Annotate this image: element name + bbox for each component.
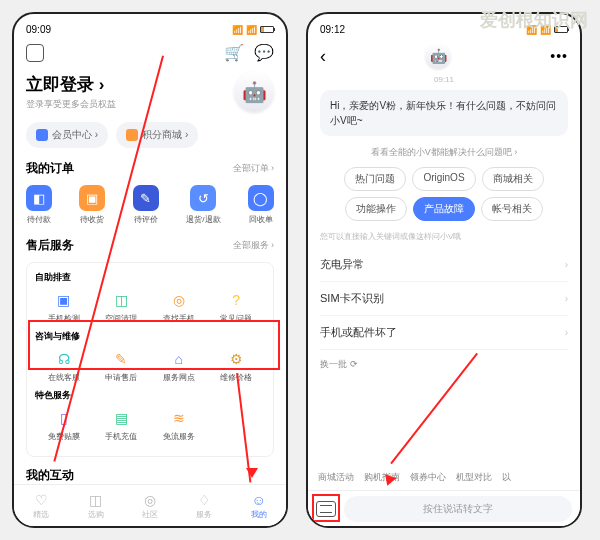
pills-row: 会员中心 › 积分商城 › xyxy=(26,122,274,148)
nav-featured[interactable]: ♡精选 xyxy=(33,492,49,520)
status-icons: 📶📶 xyxy=(232,25,274,35)
space-clean[interactable]: ◫空间清理 xyxy=(93,290,151,324)
diamond-icon xyxy=(36,129,48,141)
order-recycle[interactable]: ◯回收单 xyxy=(248,185,274,225)
chip-function[interactable]: 功能操作 xyxy=(345,197,407,221)
nav-mine[interactable]: ☺我的 xyxy=(251,492,267,520)
login-row: 立即登录 › 登录享受更多会员权益 🤖 xyxy=(26,72,274,112)
q-sim[interactable]: SIM卡不识别› xyxy=(320,282,568,316)
input-hint: 您可以直接输入关键词或像这样问小V哦 xyxy=(320,231,568,242)
question-icon: ? xyxy=(226,290,246,310)
welcome-bubble: Hi，亲爱的V粉，新年快乐！有什么问题，不妨问问小V吧~ xyxy=(320,90,568,136)
location-icon: ⌂ xyxy=(169,349,189,369)
find-phone[interactable]: ◎查找手机 xyxy=(150,290,208,324)
status-bar: 09:09 📶📶 xyxy=(26,24,274,35)
heart-icon: ♡ xyxy=(35,492,48,508)
status-time: 09:12 xyxy=(320,24,345,35)
suggestion-row: 商城活动 购机指南 领券中心 机型对比 以 xyxy=(308,465,580,490)
sug-mall-activity[interactable]: 商城活动 xyxy=(318,471,354,484)
community-icon: ◎ xyxy=(144,492,156,508)
timestamp: 09:11 xyxy=(320,75,568,84)
chip-fault[interactable]: 产品故障 xyxy=(413,197,475,221)
login-subtitle: 登录享受更多会员权益 xyxy=(26,98,116,111)
aftersale-more[interactable]: 全部服务 › xyxy=(233,239,275,252)
repair-price[interactable]: ⚙维修价格 xyxy=(208,349,266,383)
login-button[interactable]: 立即登录 › xyxy=(26,73,116,96)
apply-aftersale[interactable]: ✎申请售后 xyxy=(93,349,151,383)
nav-shop[interactable]: ◫选购 xyxy=(88,492,104,520)
points-mall-pill[interactable]: 积分商城 › xyxy=(116,122,198,148)
order-pending-receive[interactable]: ▣待收货 xyxy=(79,185,105,225)
more-button[interactable]: ••• xyxy=(550,48,568,64)
film-icon: ▯ xyxy=(54,408,74,428)
service-points[interactable]: ⌂服务网点 xyxy=(150,349,208,383)
orders-header: 我的订单 全部订单 › xyxy=(26,160,274,177)
message-icon[interactable]: 💬 xyxy=(254,43,274,62)
nav-community[interactable]: ◎社区 xyxy=(142,492,158,520)
phone-left: 09:09 📶📶 🛒 💬 立即登录 › 登录享受更多会员权益 🤖 xyxy=(12,12,288,528)
phone-detect[interactable]: ▣手机检测 xyxy=(35,290,93,324)
chevron-right-icon: › xyxy=(565,293,568,304)
orders-title: 我的订单 xyxy=(26,160,74,177)
sug-more[interactable]: 以 xyxy=(502,471,511,484)
detect-icon: ▣ xyxy=(54,290,74,310)
recharge-icon: ▤ xyxy=(111,408,131,428)
wave-icon: ≋ xyxy=(169,408,189,428)
faq[interactable]: ?常见问题 xyxy=(208,290,266,324)
sug-compare[interactable]: 机型对比 xyxy=(456,471,492,484)
aftersale-title: 售后服务 xyxy=(26,237,74,254)
interact-title: 我的互动 xyxy=(26,467,74,484)
order-pending-review[interactable]: ✎待评价 xyxy=(133,185,159,225)
sug-coupons[interactable]: 领券中心 xyxy=(410,471,446,484)
aftersale-header: 售后服务 全部服务 › xyxy=(26,237,274,254)
locate-icon: ◎ xyxy=(169,290,189,310)
consult-repair-row: ☊在线客服 ✎申请售后 ⌂服务网点 ⚙维修价格 xyxy=(35,349,265,383)
shop-icon: ◫ xyxy=(89,492,102,508)
box-icon: ▣ xyxy=(79,185,105,211)
service-icon: ♢ xyxy=(198,492,211,508)
refresh-button[interactable]: 换一批 ⟳ xyxy=(320,358,568,371)
free-film[interactable]: ▯免费贴膜 xyxy=(35,408,93,442)
interact-header: 我的互动 xyxy=(26,467,274,484)
sug-buy-guide[interactable]: 购机指南 xyxy=(364,471,400,484)
chip-mall[interactable]: 商城相关 xyxy=(482,167,544,191)
member-center-pill[interactable]: 会员中心 › xyxy=(26,122,108,148)
phone-row: 09:09 📶📶 🛒 💬 立即登录 › 登录享受更多会员权益 🤖 xyxy=(0,0,600,540)
top-bar: 🛒 💬 xyxy=(26,43,274,62)
empty xyxy=(208,408,266,442)
refund-icon: ↺ xyxy=(190,185,216,211)
order-pending-pay[interactable]: ◧待付款 xyxy=(26,185,52,225)
form-icon: ✎ xyxy=(111,349,131,369)
nav-service[interactable]: ♢服务 xyxy=(196,492,212,520)
chip-originos[interactable]: OriginOS xyxy=(412,167,475,191)
chip-hot[interactable]: 热门问题 xyxy=(344,167,406,191)
voice-input[interactable]: 按住说话转文字 xyxy=(344,496,572,522)
free-data[interactable]: ≋免流服务 xyxy=(150,408,208,442)
q-charge[interactable]: 充电异常› xyxy=(320,248,568,282)
chevron-right-icon: › xyxy=(565,327,568,338)
orders-more[interactable]: 全部订单 › xyxy=(233,162,275,175)
watermark: 爱创根知识网 xyxy=(480,8,588,32)
capability-hint[interactable]: 看看全能的小V都能解决什么问题吧 › xyxy=(320,146,568,159)
order-refund[interactable]: ↺退货/退款 xyxy=(186,185,220,225)
back-button[interactable]: ‹ xyxy=(320,46,326,67)
special-service-row: ▯免费贴膜 ▤手机充值 ≋免流服务 xyxy=(35,408,265,442)
q-broken[interactable]: 手机或配件坏了› xyxy=(320,316,568,350)
bot-avatar: 🤖 xyxy=(425,43,451,69)
settings-icon[interactable] xyxy=(26,44,44,62)
orders-row: ◧待付款 ▣待收货 ✎待评价 ↺退货/退款 ◯回收单 xyxy=(26,185,274,225)
chat-header: ‹ 🤖 ••• xyxy=(320,43,568,69)
input-bar: 按住说话转文字 xyxy=(308,490,580,526)
coin-icon xyxy=(126,129,138,141)
online-service[interactable]: ☊在线客服 xyxy=(35,349,93,383)
phone-recharge[interactable]: ▤手机充值 xyxy=(93,408,151,442)
keyboard-icon[interactable] xyxy=(316,501,336,517)
consult-repair-label: 咨询与维修 xyxy=(35,330,265,343)
chip-account[interactable]: 帐号相关 xyxy=(481,197,543,221)
question-list: 充电异常› SIM卡不识别› 手机或配件坏了› xyxy=(320,248,568,350)
edit-icon: ✎ xyxy=(133,185,159,211)
chevron-right-icon: › xyxy=(565,259,568,270)
cart-icon[interactable]: 🛒 xyxy=(224,43,244,62)
avatar[interactable]: 🤖 xyxy=(234,72,274,112)
category-chips: 热门问题 OriginOS 商城相关 功能操作 产品故障 帐号相关 xyxy=(320,167,568,221)
